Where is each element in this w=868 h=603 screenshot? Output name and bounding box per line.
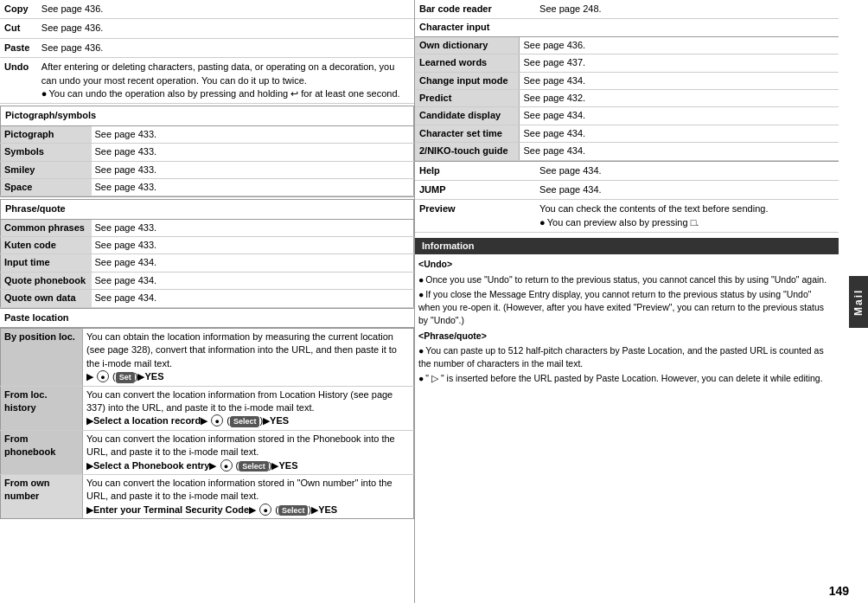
phrase-bullet-1: You can paste up to 512 half-pitch chara… — [418, 344, 835, 370]
table-row: Change input mode See page 434. — [415, 72, 839, 89]
page-container: Copy See page 436. Cut See page 436. Pas… — [0, 0, 868, 603]
circle-button: ● — [220, 459, 233, 471]
table-row: Copy See page 436. — [0, 0, 414, 19]
yes-label: YES — [144, 371, 163, 382]
left-column: Copy See page 436. Cut See page 436. Pas… — [0, 0, 415, 603]
table-row: Quote own data See page 434. — [1, 290, 414, 307]
table-row: Paste See page 436. — [0, 38, 414, 57]
desc-quote-phonebook: See page 434. — [92, 272, 414, 289]
character-input-header: Character input — [415, 19, 839, 36]
table-row: Paste location — [0, 309, 414, 328]
set-button: Set — [116, 372, 135, 383]
term-preview: Preview — [415, 200, 535, 233]
desc-symbols: See page 433. — [92, 144, 414, 161]
mail-side-tab: Mail — [849, 276, 868, 328]
table-row: Cut See page 436. — [0, 19, 414, 38]
desc-kuten-code: See page 433. — [92, 237, 414, 254]
term-kuten-code: Kuten code — [1, 237, 92, 254]
select-button: Select — [230, 416, 260, 427]
paste-location-row: Paste location By position loc. You can … — [0, 308, 414, 519]
information-row: Information <Undo> Once you use "Undo" t… — [415, 233, 839, 388]
desc-from-phonebook: You can convert the location information… — [83, 430, 414, 474]
character-input-table: Own dictionary See page 436. Learned wor… — [415, 37, 839, 161]
desc-from-loc-history: You can convert the location information… — [83, 386, 414, 430]
information-header: Information — [415, 238, 839, 254]
desc-learned-words: See page 437. — [519, 55, 839, 72]
desc-smiley: See page 433. — [92, 161, 414, 178]
table-row: Candidate display See page 434. — [415, 107, 839, 125]
table-row: Character set time See page 434. — [415, 125, 839, 142]
table-row: From loc. history You can convert the lo… — [1, 386, 414, 430]
table-row: Kuten code See page 433. — [1, 237, 414, 254]
term-niko-touch: 2/NIKO-touch guide — [415, 143, 519, 160]
desc-pictograph: See page 433. — [92, 125, 414, 143]
right-column: Bar code reader See page 248. Character … — [415, 0, 854, 603]
term-quote-own-data: Quote own data — [1, 290, 92, 307]
phrase-header-row: Phrase/quote Common phrases See page 433… — [0, 197, 414, 308]
table-row-undo: Undo After entering or deleting characte… — [0, 58, 414, 104]
desc-from-own-number: You can convert the location information… — [83, 474, 414, 518]
table-row: Learned words See page 437. — [415, 55, 839, 72]
table-row: Symbols See page 433. — [1, 144, 414, 161]
table-row: 2/NIKO-touch guide See page 434. — [415, 143, 839, 160]
table-row: Pictograph See page 433. — [1, 125, 414, 143]
desc-input-time: See page 434. — [92, 254, 414, 272]
paste-location-header: Paste location — [0, 309, 414, 328]
term-learned-words: Learned words — [415, 55, 519, 72]
term-undo: Undo — [0, 58, 37, 104]
desc-predict: See page 432. — [519, 89, 839, 106]
term-from-loc-history: From loc. history — [1, 386, 83, 430]
term-space: Space — [1, 178, 92, 196]
table-row: From phonebook You can convert the locat… — [1, 430, 414, 474]
select-button: Select — [278, 505, 309, 516]
page-number: 149 — [829, 584, 849, 598]
desc-copy: See page 436. — [37, 0, 414, 19]
term-symbols: Symbols — [1, 144, 92, 161]
desc-paste: See page 436. — [37, 38, 414, 57]
character-input-row: Character input Own dictionary See page … — [415, 19, 839, 161]
term-help: Help — [415, 161, 535, 180]
table-row: Space See page 433. — [1, 178, 414, 196]
select-location-label: Select a location record — [93, 415, 201, 426]
desc-cut: See page 436. — [37, 19, 414, 38]
table-row: Quote phonebook See page 434. — [1, 272, 414, 289]
table-row: Smiley See page 433. — [1, 161, 414, 178]
paste-location-table: By position loc. You can obtain the loca… — [0, 328, 414, 519]
term-character-set-time: Character set time — [415, 125, 519, 142]
yes-label: YES — [270, 415, 289, 426]
main-content: Copy See page 436. Cut See page 436. Pas… — [0, 0, 868, 603]
term-quote-phonebook: Quote phonebook — [1, 272, 92, 289]
undo-bullet: You can undo the operation also by press… — [41, 88, 400, 99]
desc-common-phrases: See page 433. — [92, 219, 414, 236]
term-own-dictionary: Own dictionary — [415, 37, 519, 55]
enter-security-label: Enter your Terminal Security Code — [93, 504, 249, 515]
desc-barcode: See page 248. — [535, 0, 839, 19]
desc-quote-own-data: See page 434. — [92, 290, 414, 307]
table-row: Pictograph/symbols — [1, 106, 414, 125]
table-row-jump: JUMP See page 434. — [415, 180, 839, 199]
term-barcode: Bar code reader — [415, 0, 535, 19]
term-copy: Copy — [0, 0, 37, 19]
table-row-barcode: Bar code reader See page 248. — [415, 0, 839, 19]
yes-label: YES — [278, 460, 297, 471]
phrase-subheader: <Phrase/quote> — [418, 330, 835, 343]
yes-label: YES — [318, 504, 337, 515]
table-row-help: Help See page 434. — [415, 161, 839, 180]
term-jump: JUMP — [415, 180, 535, 199]
desc-change-input-mode: See page 434. — [519, 72, 839, 89]
desc-help: See page 434. — [535, 161, 839, 180]
term-predict: Predict — [415, 89, 519, 106]
table-row: Common phrases See page 433. — [1, 219, 414, 236]
phrase-section-header: Phrase/quote — [1, 200, 414, 219]
undo-bullet-2: If you close the Message Entry display, … — [418, 288, 835, 328]
term-input-time: Input time — [1, 254, 92, 272]
term-change-input-mode: Change input mode — [415, 72, 519, 89]
desc-candidate-display: See page 434. — [519, 107, 839, 125]
circle-button: ● — [97, 370, 109, 382]
term-paste: Paste — [0, 38, 37, 57]
term-by-position: By position loc. — [1, 329, 83, 387]
pictograph-table: Pictograph/symbols Pictograph See page 4… — [0, 106, 414, 196]
table-row-preview: Preview You can check the contents of th… — [415, 200, 839, 233]
select-button: Select — [239, 461, 269, 472]
desc-by-position: You can obtain the location information … — [83, 329, 414, 387]
